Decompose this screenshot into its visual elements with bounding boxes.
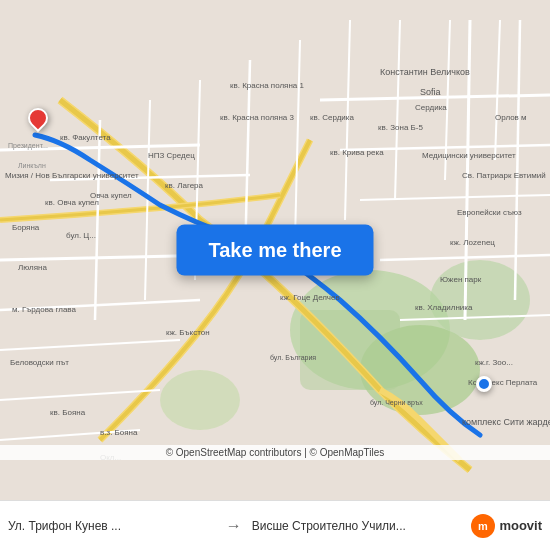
svg-text:кв. Факултета: кв. Факултета: [60, 133, 111, 142]
origin-label: Ул. Трифон Кунев ...: [8, 519, 216, 533]
svg-text:Орлов м: Орлов м: [495, 113, 527, 122]
svg-text:м. Гърдова глава: м. Гърдова глава: [12, 305, 77, 314]
arrow-icon: →: [220, 517, 248, 535]
svg-text:кв. Сердика: кв. Сердика: [310, 113, 355, 122]
svg-text:кв. Крива река: кв. Крива река: [330, 148, 384, 157]
svg-text:кв. Бояна: кв. Бояна: [50, 408, 86, 417]
moovit-logo-text: moovit: [499, 518, 542, 533]
bottom-bar: Ул. Трифон Кунев ... → Висше Строително …: [0, 500, 550, 550]
svg-text:НПЗ Средец: НПЗ Средец: [148, 151, 195, 160]
svg-text:Президент...: Президент...: [8, 142, 48, 150]
svg-text:Беловодски път: Беловодски път: [10, 358, 69, 367]
svg-text:бул. Черни връх: бул. Черни връх: [370, 399, 423, 407]
moovit-logo-circle: m: [471, 514, 495, 538]
svg-text:Боряна: Боряна: [12, 223, 40, 232]
moovit-logo: m moovit: [471, 514, 542, 538]
svg-point-4: [160, 370, 240, 430]
svg-text:в.з. Бояна: в.з. Бояна: [100, 428, 138, 437]
svg-text:Сердика: Сердика: [415, 103, 447, 112]
map-container: кв. Красна поляна 1 Константин Величков …: [0, 0, 550, 500]
svg-text:комплекс Сити жарден: комплекс Сити жарден: [462, 417, 550, 427]
svg-text:Южен парк: Южен парк: [440, 275, 482, 284]
svg-text:кв. Лагера: кв. Лагера: [165, 181, 204, 190]
svg-text:m: m: [478, 520, 488, 532]
svg-text:Европейски съюз: Европейски съюз: [457, 208, 522, 217]
svg-text:Люляна: Люляна: [18, 263, 47, 272]
svg-text:кв. Овча купел: кв. Овча купел: [45, 198, 99, 207]
svg-text:кв. Хладилника: кв. Хладилника: [415, 303, 473, 312]
svg-text:Медицински университет: Медицински университет: [422, 151, 516, 160]
destination-label: Висше Строително Учили...: [252, 519, 460, 533]
svg-text:кв. Зона Б-5: кв. Зона Б-5: [378, 123, 423, 132]
moovit-m-icon: m: [476, 519, 490, 533]
svg-text:Св. Патриарк Евтимий: Св. Патриарк Евтимий: [462, 171, 546, 180]
take-me-there-button[interactable]: Take me there: [176, 225, 373, 276]
app: кв. Красна поляна 1 Константин Величков …: [0, 0, 550, 550]
svg-text:кв. Красна поляна 3: кв. Красна поляна 3: [220, 113, 295, 122]
svg-text:кж.г. Зоо...: кж.г. Зоо...: [475, 358, 513, 367]
svg-text:бул. Ц...: бул. Ц...: [66, 231, 96, 240]
map-attribution: © OpenStreetMap contributors | © OpenMap…: [0, 445, 550, 460]
svg-text:кж. Лоzenец: кж. Лоzenец: [450, 238, 495, 247]
svg-text:Мизия / Нов Български универси: Мизия / Нов Български университет: [5, 171, 139, 180]
svg-text:Sofia: Sofia: [420, 87, 441, 97]
origin-pin: [28, 108, 48, 128]
svg-text:бул. България: бул. България: [270, 354, 316, 362]
svg-text:Линкълн: Линкълн: [18, 162, 46, 169]
svg-text:кж. Гоце Делчев: кж. Гоце Делчев: [280, 293, 340, 302]
svg-text:кв. Красна поляна 1: кв. Красна поляна 1: [230, 81, 305, 90]
svg-text:Константин Величков: Константин Величков: [380, 67, 470, 77]
destination-dot: [476, 376, 492, 392]
svg-text:кж. Бъкстон: кж. Бъкстон: [166, 328, 210, 337]
